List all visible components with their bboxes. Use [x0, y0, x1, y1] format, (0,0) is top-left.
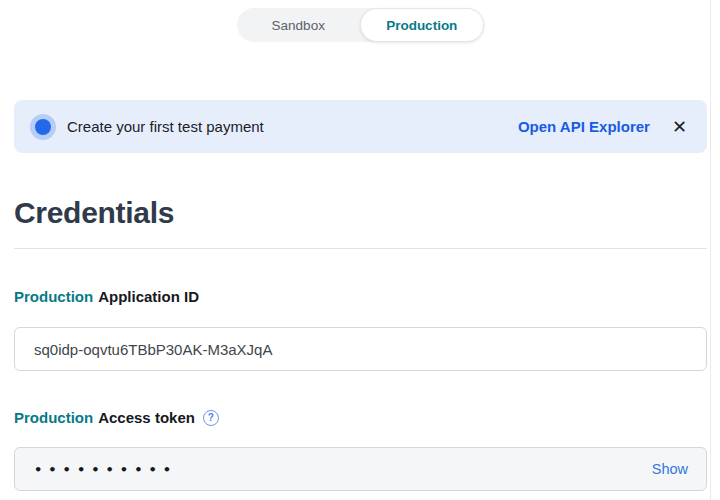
- toggle-sandbox[interactable]: Sandbox: [237, 8, 360, 42]
- application-id-env-label: Production: [14, 288, 93, 305]
- help-icon[interactable]: ?: [203, 410, 219, 426]
- environment-toggle: Sandbox Production: [237, 8, 484, 42]
- page-title: Credentials: [14, 196, 174, 230]
- application-id-value: sq0idp-oqvtu6TBbP30AK-M3aXJqA: [34, 341, 688, 358]
- application-id-field[interactable]: sq0idp-oqvtu6TBbP30AK-M3aXJqA: [14, 327, 707, 371]
- access-token-field[interactable]: •••••••••• Show: [14, 447, 707, 491]
- access-token-label-text: Access token: [98, 409, 195, 426]
- access-token-label: Production Access token ?: [14, 409, 219, 426]
- show-token-link[interactable]: Show: [652, 461, 688, 477]
- application-id-label-text: Application ID: [98, 288, 199, 305]
- scrollbar-track[interactable]: [710, 0, 711, 500]
- access-token-env-label: Production: [14, 409, 93, 426]
- open-api-explorer-link[interactable]: Open API Explorer: [518, 118, 650, 135]
- close-icon[interactable]: ✕: [670, 116, 689, 138]
- progress-step-icon: [30, 114, 56, 140]
- toggle-production[interactable]: Production: [360, 8, 485, 42]
- section-divider: [14, 248, 707, 249]
- onboarding-banner: Create your first test payment Open API …: [14, 100, 707, 153]
- banner-message: Create your first test payment: [67, 118, 518, 135]
- progress-step-dot: [35, 119, 51, 135]
- application-id-label: Production Application ID: [14, 288, 199, 305]
- access-token-masked-value: ••••••••••: [34, 462, 652, 477]
